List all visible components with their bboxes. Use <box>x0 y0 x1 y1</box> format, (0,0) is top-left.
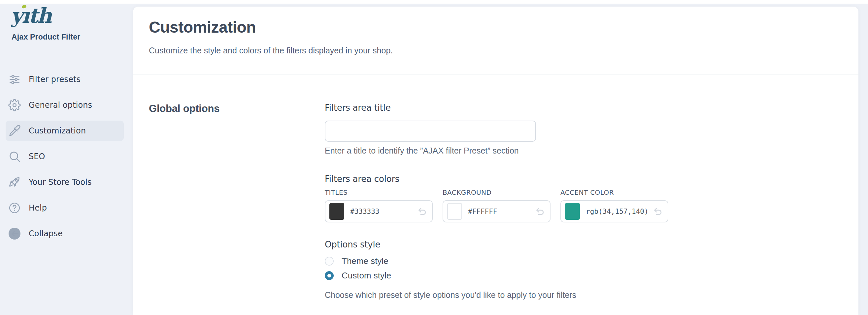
filters-area-title-label: Filters area title <box>325 103 688 113</box>
panel-header: Customization Customize the style and co… <box>133 7 859 74</box>
sidebar-item-label: Customization <box>29 126 86 135</box>
page-title: Customization <box>149 19 843 36</box>
page-subtitle: Customize the style and colors of the fi… <box>149 46 843 55</box>
eyedropper-icon <box>8 125 21 137</box>
options-style-label: Options style <box>325 240 688 249</box>
titles-color-reset-button[interactable] <box>417 207 427 216</box>
theme-style-radio-label: Theme style <box>342 256 389 266</box>
sidebar-item-your-store-tools[interactable]: Your Store Tools <box>6 172 124 193</box>
background-column-label: BACKGROUND <box>442 188 551 197</box>
sidebar-item-label: Collapse <box>29 229 63 238</box>
custom-style-option[interactable]: Custom style <box>325 270 688 281</box>
filters-area-colors-label: Filters area colors <box>325 174 688 184</box>
gear-icon <box>8 99 21 111</box>
options-style-help: Choose which preset of style options you… <box>325 290 688 300</box>
accent-color-column-label: ACCENT COLOR <box>560 188 668 197</box>
custom-style-radio[interactable] <box>325 271 334 280</box>
sidebar-menu: Filter presets General options Customiza… <box>6 69 124 249</box>
logo-letter-y: y <box>11 4 22 28</box>
background-color-value[interactable]: #FFFFFF <box>468 208 497 215</box>
accent-color-value[interactable]: rgb(34,157,140) <box>586 208 649 215</box>
global-options-section: Global options Filters area title Enter … <box>133 74 859 300</box>
sidebar-item-seo[interactable]: SEO <box>6 146 124 167</box>
accent-color-swatch[interactable] <box>565 203 580 220</box>
rocket-icon <box>8 176 21 188</box>
theme-style-option[interactable]: Theme style <box>325 255 688 267</box>
theme-style-radio[interactable] <box>325 257 334 266</box>
section-title: Global options <box>149 103 325 115</box>
sidebar-item-customization[interactable]: Customization <box>6 120 124 141</box>
accent-color-picker[interactable]: rgb(34,157,140) <box>560 200 668 222</box>
titles-color-swatch[interactable] <box>330 203 344 220</box>
accent-color-reset-button[interactable] <box>652 207 663 216</box>
titles-color-value[interactable]: #333333 <box>350 208 379 215</box>
titles-column-label: TITLES <box>325 188 433 197</box>
help-icon <box>8 202 21 214</box>
yith-logo[interactable]: yıth <box>11 4 51 28</box>
sidebar-item-label: Filter presets <box>29 75 81 84</box>
sidebar-item-label: Your Store Tools <box>29 178 92 187</box>
titles-color-picker[interactable]: #333333 <box>325 200 433 222</box>
background-color-reset-button[interactable] <box>535 207 545 216</box>
main-panel: Customization Customize the style and co… <box>133 7 859 315</box>
background-color-swatch[interactable] <box>447 203 462 220</box>
sidebar-item-filter-presets[interactable]: Filter presets <box>6 69 124 90</box>
top-strip <box>0 0 868 4</box>
filters-area-title-help: Enter a title to identify the ”AJAX filt… <box>325 146 688 155</box>
sidebar-item-label: SEO <box>29 152 45 161</box>
filters-area-title-input[interactable] <box>325 120 536 142</box>
color-column-labels: TITLES BACKGROUND ACCENT COLOR <box>325 188 688 197</box>
product-name[interactable]: Ajax Product Filter <box>11 33 80 41</box>
logo-letter-i: ı <box>22 4 29 28</box>
logo-green-dot-icon <box>22 4 27 9</box>
undo-icon <box>652 207 663 216</box>
section-fields-column: Filters area title Enter a title to iden… <box>325 103 688 300</box>
logo-letters-th: th <box>29 4 51 28</box>
section-label-column: Global options <box>149 103 325 300</box>
options-style-radio-group: Theme style Custom style <box>325 255 688 281</box>
sidebar: yıth Ajax Product Filter Filter presets … <box>0 4 133 315</box>
undo-icon <box>535 207 545 216</box>
sidebar-item-label: General options <box>29 101 92 110</box>
background-color-picker[interactable]: #FFFFFF <box>442 200 551 222</box>
undo-icon <box>417 207 427 216</box>
sidebar-item-help[interactable]: Help <box>6 198 124 218</box>
search-icon <box>8 150 21 163</box>
color-pickers-row: #333333 #FFFFFF rgb(34,157,140) <box>325 200 688 222</box>
collapse-icon <box>8 228 21 240</box>
sidebar-item-collapse[interactable]: Collapse <box>6 223 124 244</box>
sliders-icon <box>8 73 21 86</box>
custom-style-radio-label: Custom style <box>342 271 391 281</box>
sidebar-item-label: Help <box>29 203 47 213</box>
sidebar-item-general-options[interactable]: General options <box>6 95 124 115</box>
